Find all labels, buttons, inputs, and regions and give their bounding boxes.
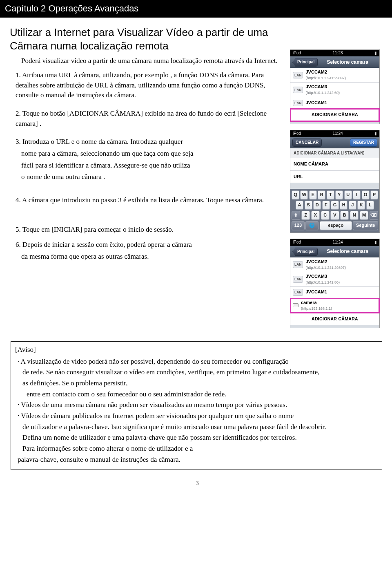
lan-badge: LAN (293, 261, 303, 268)
step-3-line2: nome para a câmara, seleccionando um que… (21, 149, 283, 159)
step-3-line4: o nome de uma outra câmara . (21, 172, 283, 182)
step-6-line1: 6. Depois de iniciar a sessão com êxito,… (16, 240, 283, 250)
battery-icon: ▮ (374, 239, 377, 246)
warning-line: de utilizador e a palavra-chave. Isto si… (22, 422, 378, 432)
camera-row[interactable]: LAN JVCCAM1 (290, 97, 379, 109)
kb-key[interactable]: B (340, 211, 349, 220)
nav-title: Selecione camara (318, 248, 377, 255)
cancel-button[interactable]: CANCELAR (292, 139, 322, 147)
kb-key[interactable]: D (313, 201, 321, 210)
shift-key[interactable]: ⇧ (292, 211, 300, 220)
kb-key[interactable]: T (327, 190, 334, 199)
kb-key[interactable]: U (344, 190, 352, 199)
warning-line: · A visualização de vídeo poderá não ser… (18, 357, 378, 367)
camera-row[interactable]: LAN JVCCAM3 (http://10.1.1.242:60) (290, 83, 379, 97)
mode-key[interactable]: 123 (292, 221, 305, 230)
device-label: iPod (293, 50, 301, 56)
nav-bar: Principal Selecione camara (290, 246, 379, 257)
warning-line: entre em contacto com o seu fornecedor o… (27, 389, 378, 400)
camera-name: JVCCAM1 (305, 100, 377, 106)
camera-name: JVCCAM2 (305, 69, 377, 76)
warning-title: [Aviso] (15, 345, 378, 355)
camera-icon (293, 303, 298, 307)
kb-key[interactable]: G (331, 201, 339, 210)
status-time: 11:24 (301, 131, 374, 137)
globe-key[interactable]: 🌐 (305, 221, 318, 230)
page-body: Utilizar a Internet para Visualizar Víde… (0, 18, 392, 493)
kb-key[interactable]: J (349, 201, 356, 210)
camera-name: camera (301, 300, 377, 306)
camera-url: (http://10.1.1.241:29897) (305, 265, 377, 271)
kb-key[interactable]: C (321, 211, 330, 220)
kb-key[interactable]: I (353, 190, 361, 199)
camera-name: JVCCAM2 (305, 259, 377, 265)
camera-url: (http://10.1.1.242:60) (305, 90, 377, 96)
back-button[interactable]: Principal (292, 248, 318, 256)
keyboard: Q W E R T Y U I O P A S D (290, 189, 379, 233)
camera-row[interactable]: LAN JVCCAM3 (http://10.1.1.242:80) (290, 272, 379, 287)
nav-bar: Principal Selecione camara (290, 56, 379, 68)
kb-key[interactable]: P (370, 190, 378, 199)
page-title: Utilizar a Internet para Visualizar Víde… (10, 26, 283, 53)
warning-line: Defina um nome de utilizador e uma palav… (22, 433, 378, 443)
status-bar: iPod 11:23 ▮ (290, 50, 379, 57)
chapter-header: Capítulo 2 Operações Avançadas (0, 0, 392, 18)
camera-name-field[interactable]: NOME CÂMARA (290, 158, 379, 171)
kb-key[interactable]: L (366, 201, 374, 210)
back-button[interactable]: Principal (292, 58, 318, 67)
camera-url: (http://10.1.1.241:29897) (305, 76, 377, 81)
status-bar: iPod 11:24 ▮ (290, 130, 379, 137)
kb-key[interactable]: Z (301, 211, 310, 220)
battery-icon: ▮ (374, 131, 377, 137)
battery-icon: ▮ (374, 50, 377, 56)
kb-key[interactable]: N (350, 211, 359, 220)
intro-paragraph: Poderá visualizar vídeo a partir de uma … (21, 56, 283, 66)
kb-key[interactable]: A (296, 201, 303, 210)
step-1: 1. Atribua uma URL à câmara, utilizando,… (16, 70, 283, 101)
warning-line: palavra-chave, consulte o manual de inst… (18, 455, 378, 465)
kb-key[interactable]: W (300, 190, 308, 199)
camera-name: JVCCAM3 (305, 84, 377, 90)
device-label: iPod (293, 131, 301, 137)
kb-key[interactable]: H (340, 201, 347, 210)
kb-key[interactable]: O (362, 190, 370, 199)
status-bar: iPod 11:24 ▮ (290, 239, 379, 246)
camera-row[interactable]: LAN JVCCAM2 (http://10.1.1.241:29897) (290, 68, 379, 83)
nav-bar: CANCELAR REGISTAR (290, 137, 379, 148)
kb-key[interactable]: S (305, 201, 312, 210)
camera-row[interactable]: LAN JVCCAM2 (http://10.1.1.241:29897) (290, 257, 379, 272)
register-button[interactable]: REGISTAR (350, 139, 377, 147)
step-5: 5. Toque em [INICIAR] para começar o iní… (16, 225, 283, 235)
kb-key[interactable]: V (330, 211, 339, 220)
next-key[interactable]: Seguinte (353, 221, 378, 230)
section-header: ADICIONAR CÂMARA A LISTA(WAN) (290, 148, 379, 158)
kb-key[interactable]: X (311, 211, 320, 220)
camera-url: (http://10.1.1.242:80) (305, 280, 377, 285)
warning-box: [Aviso] · A visualização de vídeo poderá… (11, 341, 382, 470)
space-key[interactable]: espaço (320, 221, 352, 230)
chapter-label: Capítulo 2 Operações Avançadas (5, 3, 138, 13)
kb-key[interactable]: Y (335, 190, 343, 199)
step-6-line2: da mesma forma que opera as outras câmar… (21, 252, 283, 262)
add-camera-button[interactable]: ADICIONAR CÂMARA (290, 109, 379, 121)
kb-key[interactable]: F (322, 201, 330, 210)
camera-url: (http://192.168.1.1) (301, 306, 377, 311)
lan-badge: LAN (293, 100, 303, 106)
camera-row-highlighted[interactable]: camera (http://192.168.1.1) (290, 298, 379, 313)
kb-key[interactable]: R (318, 190, 325, 199)
lan-badge: LAN (293, 87, 303, 93)
backspace-key[interactable]: ⌫ (370, 211, 378, 220)
kb-key[interactable]: E (309, 190, 317, 199)
camera-row[interactable]: LAN JVCCAM1 (290, 287, 379, 298)
status-time: 11:23 (301, 50, 374, 56)
phone-screenshot-1: iPod 11:23 ▮ Principal Selecione camara … (290, 49, 380, 124)
phone-screenshot-3: iPod 11:24 ▮ Principal Selecione camara … (290, 239, 380, 328)
kb-key[interactable]: M (360, 211, 368, 220)
kb-key[interactable]: Q (292, 190, 299, 199)
add-camera-button[interactable]: ADICIONAR CÂMARA (290, 313, 379, 325)
kb-key[interactable]: K (357, 201, 365, 210)
camera-name: JVCCAM3 (305, 273, 377, 280)
phone-screenshot-2: iPod 11:24 ▮ CANCELAR REGISTAR ADICIONAR… (290, 130, 380, 233)
url-field[interactable]: URL (290, 171, 379, 183)
lan-badge: LAN (293, 276, 303, 282)
